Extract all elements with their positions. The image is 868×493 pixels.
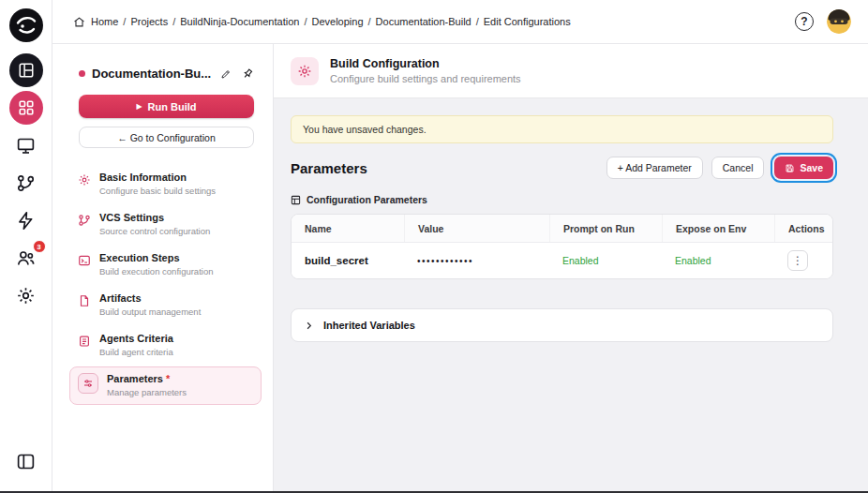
project-title-row: Documentation-Bu... [79,67,254,81]
edit-pencil-icon[interactable] [220,68,232,80]
nav-item-subtitle: Build agent criteria [99,347,173,358]
sidebar-item-agents-criteria[interactable]: Agents Criteria Build agent criteria [69,326,262,365]
nav-item-subtitle: Build execution configuration [99,266,213,277]
row-kebab-menu-button[interactable]: ⋮ [787,250,808,271]
pin-icon[interactable] [241,67,254,81]
sliders-icon [78,373,98,394]
table-row: build_secret •••••••••••• Enabled Enable… [292,243,832,278]
column-header-prompt-on-run: Prompt on Run [549,215,662,242]
breadcrumb-separator: / [123,16,126,27]
column-header-value: Value [404,215,549,242]
nav-item-subtitle: Build output management [99,306,201,318]
question-mark: ? [801,15,807,28]
sidebar-item-basic-information[interactable]: Basic Information Configure basic build … [69,165,262,203]
gear-icon [78,173,91,187]
rail-settings-button[interactable] [9,278,43,312]
nav-item-title: Artifacts [99,292,201,305]
column-header-expose-on-env: Expose on Env [662,215,774,242]
column-header-actions: Actions [774,215,833,242]
gear-icon [16,286,36,306]
breadcrumb-separator: / [368,16,371,27]
nav-item-text: Execution Steps Build execution configur… [99,252,213,277]
breadcrumb-current: Edit Configurations [484,16,571,27]
page-header: Build Configuration Configure build sett… [274,44,868,98]
build-config-gear-icon [291,57,319,85]
project-title: Documentation-Bu... [92,67,211,81]
rail-activity-button[interactable] [9,203,43,237]
nav-item-title: Agents Criteria [99,333,173,345]
page-header-text: Build Configuration Configure build sett… [330,57,521,84]
sidebar-item-artifacts[interactable]: Artifacts Build output management [69,286,262,324]
chevron-right-icon [304,321,314,331]
run-build-button[interactable]: ▶ Run Build [79,95,254,118]
row-actions-cell: ⋮ [774,250,832,271]
sidebar-item-vcs-settings[interactable]: VCS Settings Source control configuratio… [69,205,262,244]
build-sidebar: Documentation-Bu... ▶ Run Build ← Go to … [52,44,274,491]
main-panel: Build Configuration Configure build sett… [274,44,868,491]
sidebar-item-execution-steps[interactable]: Execution Steps Build execution configur… [69,246,262,284]
section-title: Parameters [291,160,367,176]
breadcrumb-separator: / [172,16,175,27]
param-name-cell: build_secret [292,255,404,266]
prompt-on-run-status: Enabled [549,255,662,266]
rail-dashboard-button[interactable] [9,53,43,87]
app-logo-icon[interactable] [8,7,44,43]
rail-vcs-button[interactable] [9,166,43,200]
help-button[interactable]: ? [795,12,814,31]
breadcrumb-subproject[interactable]: Developing [311,16,363,27]
breadcrumb-projects[interactable]: Projects [130,16,168,27]
parameters-toolbar: Parameters + Add Parameter Cancel Save [291,157,833,179]
home-icon [73,16,85,28]
breadcrumb-home[interactable]: Home [91,16,118,27]
rail-collapse-button[interactable] [9,444,43,478]
breadcrumb-separator: / [304,16,307,27]
nav-item-text: VCS Settings Source control configuratio… [99,212,210,237]
nav-item-title: Basic Information [99,172,216,184]
nav-item-text: Artifacts Build output management [99,292,201,318]
checklist-icon [78,335,91,348]
nav-item-text: Basic Information Configure basic build … [99,172,216,197]
nav-item-subtitle: Manage parameters [107,387,187,398]
monitor-icon [16,136,36,156]
cancel-button[interactable]: Cancel [711,157,765,179]
nav-item-subtitle: Source control configuration [99,226,210,237]
save-button[interactable]: Save [774,157,833,179]
parameters-table: Name Value Prompt on Run Expose on Env A… [291,214,833,279]
required-asterisk: * [166,373,170,384]
expose-on-env-status: Enabled [662,255,774,266]
terminal-icon [78,254,91,267]
run-build-label: Run Build [148,101,197,112]
git-branch-icon [16,173,36,193]
inherited-variables-panel[interactable]: Inherited Variables [291,308,833,342]
file-icon [78,294,91,307]
body-row: Documentation-Bu... ▶ Run Build ← Go to … [52,44,868,491]
nav-item-subtitle: Configure basic build settings [99,186,216,197]
window-panes-icon [18,62,35,79]
panel-left-icon [16,452,36,471]
users-icon [16,248,36,268]
nav-item-title: Execution Steps [99,252,213,264]
rail-projects-button[interactable] [9,91,43,125]
topbar-actions: ? [795,9,851,34]
save-floppy-icon [785,163,795,173]
right-column: Home / Projects / BuildNinja-Documentati… [52,0,868,491]
add-parameter-button[interactable]: + Add Parameter [606,157,703,179]
breadcrumb-separator: / [476,16,479,27]
go-to-configuration-button[interactable]: ← Go to Configuration [79,127,254,148]
rail-users-button[interactable]: 3 [9,241,43,275]
breadcrumb-project[interactable]: BuildNinja-Documentation [180,16,299,27]
breadcrumb-bar: Home / Projects / BuildNinja-Documentati… [52,0,868,44]
kebab-icon: ⋮ [792,255,803,266]
table-header-row: Name Value Prompt on Run Expose on Env A… [292,215,832,243]
table-grid-icon [291,195,301,205]
page-subtitle: Configure build settings and requirement… [330,73,521,84]
nav-item-text: Parameters* Manage parameters [107,373,187,398]
rail-monitor-button[interactable] [9,128,43,162]
page-content: You have unsaved changes. Parameters + A… [274,98,868,342]
user-avatar[interactable] [827,9,851,34]
breadcrumb-build[interactable]: Documentation-Build [376,16,471,27]
nav-item-text: Agents Criteria Build agent criteria [99,333,173,358]
go-to-configuration-label: ← Go to Configuration [117,132,215,143]
inherited-variables-label: Inherited Variables [323,320,415,331]
sidebar-item-parameters[interactable]: Parameters* Manage parameters [69,366,262,405]
